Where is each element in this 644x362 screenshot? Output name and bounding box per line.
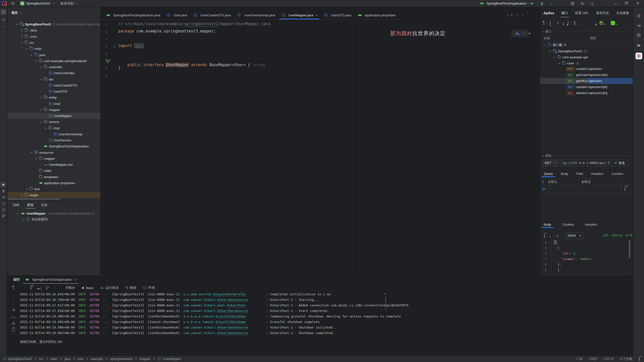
locate-icon[interactable] xyxy=(568,21,568,25)
tab-cookies[interactable]: Cookies xyxy=(612,172,623,176)
api-endpoint-row[interactable]: PUT updateUser /api/users/{id} xyxy=(540,84,633,90)
column-path[interactable]: 路径 xyxy=(590,36,596,41)
chevron-expanded-icon[interactable] xyxy=(38,77,43,82)
close-button[interactable]: × xyxy=(636,0,639,7)
chevron-down-icon[interactable] xyxy=(19,11,22,15)
tab-global-params[interactable]: 全局参数 xyxy=(616,11,629,15)
chevron-expanded-icon[interactable] xyxy=(15,211,20,216)
more-options-icon[interactable]: ⋮ xyxy=(53,286,56,290)
tab-query[interactable]: Query xyxy=(544,172,553,176)
scroll-to-end-icon[interactable]: ↓ xyxy=(10,313,16,318)
fold-expand-icon[interactable] xyxy=(111,45,116,49)
expand-debugger-icon[interactable] xyxy=(383,292,388,295)
soft-wrap-icon[interactable] xyxy=(10,307,16,313)
run-config-widget[interactable]: SpringBootTest3Application xyxy=(479,1,531,6)
clear-console-icon[interactable] xyxy=(10,327,16,333)
maven-icon[interactable]: m xyxy=(636,42,642,48)
chevron-collapsed-icon[interactable] xyxy=(19,28,24,33)
close-icon[interactable]: × xyxy=(315,13,317,17)
tab-file[interactable]: application.properties xyxy=(354,11,399,19)
view-console[interactable]: 控制台 xyxy=(65,286,75,290)
run-tool-icon[interactable] xyxy=(1,182,7,188)
tab-request-history[interactable]: 请求历史 xyxy=(596,11,609,15)
api-tree-root[interactable]: 接口数: 5 xyxy=(542,42,566,48)
tree-row-selected[interactable]: UserMapper xyxy=(7,113,101,119)
apifox-plugin-icon[interactable] xyxy=(635,52,642,59)
breadcrumb-item[interactable]: src xyxy=(39,357,43,361)
chevron-expanded-icon[interactable] xyxy=(557,61,561,66)
profiler-clock-icon[interactable] xyxy=(47,286,47,290)
tree-row[interactable]: UserMapper.xml xyxy=(7,162,101,168)
tree-row[interactable]: mapper xyxy=(7,107,101,113)
encoding[interactable]: UTF-8 xyxy=(604,357,613,361)
chevron-collapsed-icon[interactable] xyxy=(19,193,24,197)
tab-options-icon[interactable]: ⋮ xyxy=(526,11,530,15)
scroll-to-bottom-icon[interactable]: ↓ xyxy=(10,301,16,306)
run-tab[interactable]: SpringBootTest3Application × xyxy=(25,275,76,284)
delete-param-icon[interactable] xyxy=(625,187,625,191)
chevron-expanded-icon[interactable] xyxy=(38,65,43,69)
tree-row[interactable]: UserService xyxy=(7,137,101,143)
folded-imports[interactable]: ... xyxy=(134,43,144,48)
ai-assistant-icon[interactable] xyxy=(636,23,642,29)
add-user-icon[interactable] xyxy=(580,0,584,7)
inspections-widget[interactable]: 1 xyxy=(507,13,524,17)
tab-api[interactable]: 接口 xyxy=(561,11,568,15)
section-collapse-icon[interactable] xyxy=(542,29,545,34)
breadcrumb-item[interactable]: UserMapper xyxy=(163,357,181,361)
vcs-tool-icon[interactable] xyxy=(1,213,7,219)
response-scrollbar[interactable] xyxy=(629,240,630,258)
tree-row[interactable]: .idea xyxy=(7,27,101,33)
tab-file[interactable]: SpringBootTest3Application.java xyxy=(103,11,163,19)
build-tool-icon[interactable] xyxy=(1,200,7,207)
debug-button[interactable] xyxy=(540,0,544,7)
view-mappings[interactable]: 映射 xyxy=(125,286,136,290)
format-select[interactable]: JSON xyxy=(565,233,584,239)
tree-row[interactable]: UserServiceImpl xyxy=(7,131,101,137)
tab-file[interactable]: User.java xyxy=(163,11,190,19)
close-icon[interactable]: × xyxy=(74,278,76,281)
minimize-button[interactable]: — xyxy=(614,0,617,7)
vcs-widget[interactable]: 版本控制 xyxy=(60,1,78,6)
rerun-icon[interactable] xyxy=(13,286,14,290)
tab-file[interactable]: UserDTO.java xyxy=(320,11,354,19)
view-bean[interactable]: Bean xyxy=(82,286,93,290)
breadcrumb-item[interactable]: main xyxy=(50,357,57,361)
chevron-expanded-icon[interactable] xyxy=(15,22,19,27)
chevron-expanded-icon[interactable] xyxy=(552,55,557,60)
view-environment[interactable]: {}环境 xyxy=(143,286,155,290)
project-tool-icon[interactable] xyxy=(1,9,7,15)
breadcrumb-item[interactable]: com xyxy=(77,357,84,361)
param-row[interactable] xyxy=(540,185,633,193)
env-selector-icon[interactable] xyxy=(599,21,606,25)
search-icon[interactable] xyxy=(550,21,550,25)
view-health[interactable]: 运行状况 xyxy=(100,286,119,290)
run-button[interactable] xyxy=(531,0,534,7)
chevron-collapsed-icon[interactable] xyxy=(19,34,24,39)
tab-entity[interactable]: 实体 xyxy=(41,203,48,207)
idea-logo[interactable] xyxy=(2,2,7,6)
print-icon[interactable] xyxy=(10,321,16,326)
breadcrumb-item[interactable]: mapper xyxy=(139,357,150,361)
method-select[interactable]: GET xyxy=(542,159,559,166)
lyrics-close-icon[interactable]: × xyxy=(522,31,525,35)
select-all-checkbox[interactable] xyxy=(543,180,543,184)
tree-row[interactable]: SpringBootTest3Application xyxy=(7,143,101,149)
more-actions-button[interactable]: ⋮ xyxy=(549,0,553,7)
indent-setting[interactable]: 4 个空格 xyxy=(620,357,632,361)
split-view-icon[interactable] xyxy=(574,21,575,25)
api-endpoint-row[interactable]: POST createUser /api/users xyxy=(540,66,633,72)
chevron-expanded-icon[interactable] xyxy=(29,53,34,57)
chevron-expanded-icon[interactable] xyxy=(43,126,48,131)
tree-row[interactable]: templates xyxy=(7,174,101,180)
chevron-expanded-icon[interactable] xyxy=(38,95,43,100)
scroll-to-top-icon[interactable]: ↑ xyxy=(10,294,16,299)
structure-row-class[interactable]: UserMapper com.example.springboottest3.m… xyxy=(15,210,95,216)
next-problem-icon[interactable] xyxy=(521,13,524,17)
api-tree-controller[interactable]: User(5) xyxy=(557,60,579,66)
chevron-expanded-icon[interactable] xyxy=(34,156,38,161)
notifications-bell-icon[interactable] xyxy=(636,13,642,19)
chevron-expanded-icon[interactable] xyxy=(542,43,547,48)
tree-row[interactable]: com.example.springboottest3 xyxy=(7,58,101,64)
readonly-lock-icon[interactable] xyxy=(639,357,639,361)
